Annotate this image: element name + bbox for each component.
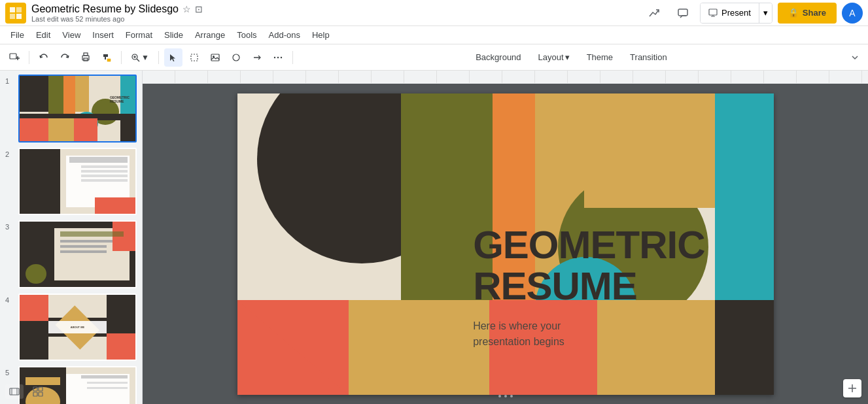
slide-panel: 1 GEO — [0, 71, 143, 404]
svg-rect-12 — [84, 53, 88, 56]
menu-file[interactable]: File — [5, 27, 29, 42]
doc-title: Geometric Resume by Slidesgo — [31, 3, 179, 15]
menu-slide[interactable]: Slide — [159, 27, 188, 42]
menu-format[interactable]: Format — [120, 27, 158, 42]
slide-item-4[interactable]: 4 ABOUT ME — [5, 292, 137, 363]
add-shape-button[interactable] — [843, 379, 861, 397]
svg-rect-13 — [84, 58, 88, 61]
separator — [29, 51, 29, 64]
select-tool[interactable] — [185, 48, 203, 67]
svg-rect-33 — [39, 392, 43, 396]
svg-point-25 — [277, 56, 279, 58]
redo-button[interactable] — [56, 48, 74, 67]
slide-num-5: 5 — [5, 369, 14, 377]
transition-button[interactable]: Transition — [623, 49, 674, 65]
top-right-actions: Present ▾ 🔒 Share A — [642, 1, 863, 25]
title-line2: RESUME — [473, 264, 637, 308]
print-button[interactable] — [77, 48, 95, 67]
svg-rect-0 — [10, 7, 15, 12]
share-button[interactable]: 🔒 Share — [778, 3, 837, 24]
toolbar: ▼ Background Layout ▾ Theme Transition — [0, 44, 868, 71]
add-slide-button[interactable] — [5, 48, 24, 67]
menu-tools[interactable]: Tools — [232, 27, 262, 42]
more-tools-button[interactable] — [269, 48, 287, 67]
slide-num-1: 1 — [5, 77, 14, 85]
zoom-value: ▼ — [141, 53, 149, 62]
slide-thumb-1: GEOMETRICRESUME — [18, 75, 137, 143]
svg-rect-3 — [16, 14, 22, 19]
user-avatar[interactable]: A — [842, 3, 863, 24]
title-line1: GEOMETRIC — [473, 223, 704, 267]
shape-tool[interactable] — [227, 48, 245, 67]
paint-format-button[interactable] — [97, 48, 116, 67]
menu-addons[interactable]: Add-ons — [264, 27, 305, 42]
slide-item-3[interactable]: 3 — [5, 219, 137, 290]
menu-bar: File Edit View Insert Format Slide Arran… — [0, 26, 868, 44]
zoom-control[interactable]: ▼ — [127, 52, 153, 63]
collapse-panel-button[interactable] — [847, 50, 863, 65]
svg-point-21 — [213, 56, 215, 58]
slide-item-1[interactable]: 1 GEO — [5, 73, 137, 144]
svg-rect-8 — [10, 54, 16, 59]
slide-item-2[interactable]: 2 — [5, 146, 137, 217]
slide-num-4: 4 — [5, 296, 14, 304]
chat-icon[interactable] — [671, 1, 695, 25]
menu-edit[interactable]: Edit — [31, 27, 56, 42]
svg-rect-4 — [678, 9, 687, 16]
layout-button[interactable]: Layout ▾ — [531, 49, 577, 65]
last-edit-text: Last edit was 52 minutes ago — [31, 15, 637, 23]
separator4 — [292, 51, 293, 64]
svg-line-16 — [137, 59, 139, 61]
svg-rect-31 — [39, 387, 43, 391]
separator3 — [158, 51, 159, 64]
view-toggles — [5, 384, 47, 399]
analytics-icon[interactable] — [642, 1, 666, 25]
doc-title-area: Geometric Resume by Slidesgo ☆ ⊡ Last ed… — [31, 3, 637, 23]
image-tool[interactable] — [206, 48, 224, 67]
svg-rect-30 — [33, 387, 37, 391]
separator2 — [121, 51, 122, 64]
app-icon[interactable] — [5, 3, 26, 24]
grid-view-button[interactable] — [29, 384, 47, 399]
present-main[interactable]: Present — [701, 3, 759, 23]
present-dropdown[interactable]: ▾ — [759, 3, 772, 23]
menu-insert[interactable]: Insert — [87, 27, 119, 42]
share-lock-icon: 🔒 — [788, 8, 799, 18]
thumb1-title: GEOMETRICRESUME — [110, 95, 130, 103]
svg-point-24 — [274, 56, 275, 58]
slide-main-title: GEOMETRIC RESUME Here is where yourprese… — [473, 224, 704, 350]
main-area: 1 GEO — [0, 71, 868, 404]
slide-toolbar: Background Layout ▾ Theme Transition — [468, 49, 674, 65]
slide-counter-dots — [498, 395, 513, 397]
slide-thumb-2 — [18, 148, 137, 216]
svg-point-22 — [233, 54, 239, 61]
svg-point-26 — [281, 56, 282, 58]
svg-rect-2 — [10, 14, 15, 19]
slide-canvas[interactable]: GEOMETRIC RESUME Here is where yourprese… — [237, 93, 774, 395]
cloud-save-icon[interactable]: ⊡ — [195, 4, 203, 14]
ruler-top — [143, 71, 868, 84]
present-label: Present — [721, 8, 751, 18]
star-icon[interactable]: ☆ — [182, 4, 191, 14]
undo-button[interactable] — [35, 48, 53, 67]
svg-rect-5 — [709, 9, 717, 15]
background-button[interactable]: Background — [468, 49, 528, 65]
line-tool[interactable] — [248, 48, 266, 67]
slide-thumb-3 — [18, 220, 137, 288]
editor-area: GEOMETRIC RESUME Here is where yourprese… — [143, 71, 868, 404]
slide-num-3: 3 — [5, 223, 14, 231]
svg-rect-20 — [211, 54, 219, 61]
theme-button[interactable]: Theme — [580, 49, 620, 65]
menu-arrange[interactable]: Arrange — [190, 27, 230, 42]
cursor-tool[interactable] — [164, 48, 182, 67]
menu-view[interactable]: View — [57, 27, 86, 42]
share-label: Share — [803, 8, 826, 18]
filmstrip-view-button[interactable] — [5, 384, 24, 399]
svg-rect-19 — [191, 54, 198, 61]
present-button[interactable]: Present ▾ — [700, 3, 773, 24]
menu-help[interactable]: Help — [307, 27, 335, 42]
slide-thumb-4: ABOUT ME — [18, 294, 137, 362]
svg-rect-14 — [105, 57, 106, 59]
canvas-wrapper: GEOMETRIC RESUME Here is where yourprese… — [143, 84, 868, 404]
slide-subtitle: Here is where yourpresentation begins — [473, 318, 704, 350]
